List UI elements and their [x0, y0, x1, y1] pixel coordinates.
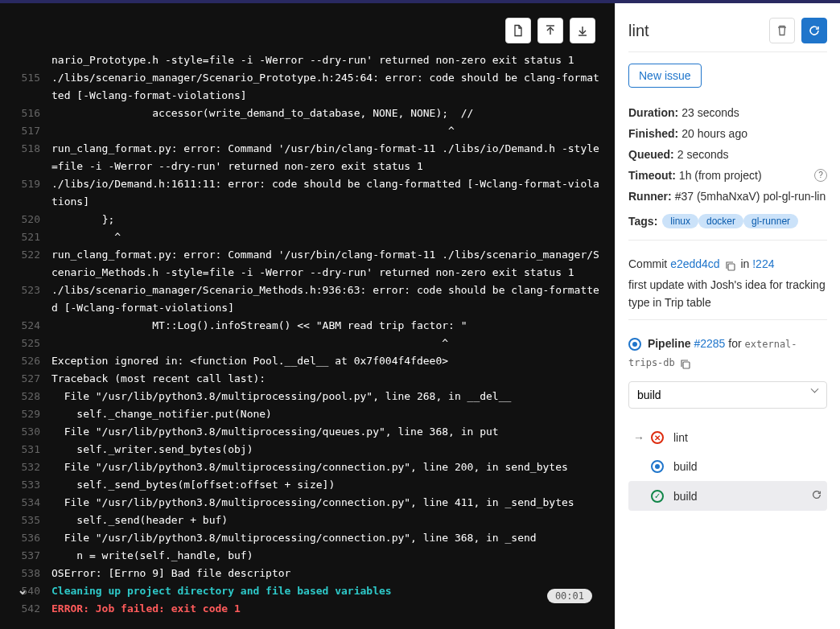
job-list: → ✕ lint build✓build: [628, 423, 827, 511]
log-line[interactable]: 536 File "/usr/lib/python3.8/multiproces…: [13, 529, 602, 547]
queued-label: Queued:: [628, 144, 674, 165]
log-line[interactable]: 521 ^: [13, 228, 602, 246]
line-number: 519: [13, 175, 51, 211]
tag-pill[interactable]: gl-runner: [743, 214, 798, 228]
log-line[interactable]: 537 n = write(self._handle, buf): [13, 547, 602, 565]
tag-pill[interactable]: linux: [662, 214, 698, 228]
current-job-row[interactable]: → ✕ lint: [628, 423, 827, 452]
log-line[interactable]: 526Exception ignored in: <function Pool.…: [13, 352, 602, 370]
commit-label: Commit: [628, 257, 667, 270]
finished-value: 20 hours ago: [681, 123, 747, 144]
log-line[interactable]: 529 self._change_notifier.put(None): [13, 405, 602, 423]
line-number: 537: [13, 547, 51, 565]
scroll-bottom-button[interactable]: [570, 18, 595, 43]
line-number: 521: [13, 228, 51, 246]
job-title: lint: [628, 22, 649, 40]
line-number: [13, 51, 51, 69]
job-status-running-icon: [651, 460, 664, 473]
job-status-passed-icon: ✓: [651, 490, 664, 503]
line-number: 532: [13, 458, 51, 476]
log-line[interactable]: 527Traceback (most recent call last):: [13, 370, 602, 388]
log-line[interactable]: 523./libs/scenario_manager/Scenario_Meth…: [13, 282, 602, 317]
tag-pill[interactable]: docker: [698, 214, 743, 228]
log-line[interactable]: 517 ^: [13, 122, 602, 140]
line-content: ./libs/scenario_manager/Scenario_Prototy…: [51, 69, 602, 105]
duration-value: 23 seconds: [681, 102, 739, 123]
timeout-value: 1h (from project): [679, 165, 762, 186]
line-content: self._send(header + buf): [51, 512, 602, 529]
line-content: self._writer.send_bytes(obj): [51, 441, 602, 458]
stage-select[interactable]: build: [628, 381, 827, 409]
log-line[interactable]: 533 self._send_bytes(m[offset:offset + s…: [13, 476, 602, 494]
line-content: nario_Prototype.h -style=file -i -Werror…: [51, 51, 602, 69]
job-log-panel: nario_Prototype.h -style=file -i -Werror…: [0, 3, 615, 629]
arrow-down-icon: [577, 25, 588, 36]
line-number: 527: [13, 370, 51, 388]
log-line[interactable]: 540Cleaning up project directory and fil…: [13, 582, 602, 600]
log-line[interactable]: 524 MT::Log().infoStream() << "ABM read …: [13, 317, 602, 335]
divider: [628, 51, 827, 52]
merge-request-link[interactable]: !224: [752, 257, 774, 270]
log-line[interactable]: 542ERROR: Job failed: exit code 1: [13, 600, 602, 618]
line-number: 522: [13, 246, 51, 282]
pipeline-for-label: for: [728, 337, 741, 350]
line-content: ^: [51, 228, 602, 246]
copy-sha-icon[interactable]: [725, 259, 736, 270]
log-line[interactable]: 518run_clang_format.py: error: Command '…: [13, 140, 602, 175]
svg-rect-1: [683, 362, 690, 368]
retry-icon[interactable]: [811, 489, 822, 503]
line-content: ERROR: Job failed: exit code 1: [51, 600, 602, 618]
line-number: 518: [13, 140, 51, 175]
line-content: ./libs/scenario_manager/Scenario_Methods…: [51, 282, 602, 317]
log-line[interactable]: nario_Prototype.h -style=file -i -Werror…: [13, 51, 602, 69]
line-number: 529: [13, 405, 51, 423]
line-content: };: [51, 211, 602, 228]
log-line[interactable]: 534 File "/usr/lib/python3.8/multiproces…: [13, 494, 602, 512]
pipeline-status-running-icon: [628, 338, 641, 351]
log-line[interactable]: 531 self._writer.send_bytes(obj): [13, 441, 602, 458]
line-content: OSError: [Errno 9] Bad file descriptor: [51, 565, 602, 582]
job-row[interactable]: ✓build: [628, 481, 827, 511]
new-issue-button[interactable]: New issue: [628, 64, 702, 88]
log-line[interactable]: 515./libs/scenario_manager/Scenario_Prot…: [13, 69, 602, 105]
log-toolbar: [505, 18, 595, 43]
log-line[interactable]: 516 accessor(write_demand_to_database, N…: [13, 105, 602, 122]
retry-job-button[interactable]: [801, 18, 827, 43]
line-content: ./libs/io/Demand.h:1611:11: error: code …: [51, 175, 602, 211]
log-line[interactable]: 522run_clang_format.py: error: Command '…: [13, 246, 602, 282]
log-line[interactable]: 530 File "/usr/lib/python3.8/multiproces…: [13, 423, 602, 441]
line-number: 520: [13, 211, 51, 228]
line-content: File "/usr/lib/python3.8/multiprocessing…: [51, 494, 602, 512]
log-line[interactable]: 525 ^: [13, 335, 602, 352]
finished-label: Finished:: [628, 123, 678, 144]
line-content: run_clang_format.py: error: Command '/us…: [51, 140, 602, 175]
copy-branch-icon[interactable]: [680, 357, 691, 368]
job-row[interactable]: build: [628, 452, 827, 481]
line-number: 516: [13, 105, 51, 122]
job-meta: Duration: 23 seconds Finished: 20 hours …: [628, 102, 827, 232]
section-collapse-icon[interactable]: [18, 587, 27, 600]
line-number: 517: [13, 122, 51, 140]
line-number: 542: [13, 600, 51, 618]
log-line[interactable]: 520 };: [13, 211, 602, 228]
scroll-top-button[interactable]: [537, 18, 563, 43]
log-line[interactable]: 535 self._send(header + buf): [13, 512, 602, 529]
divider: [628, 240, 827, 240]
help-icon[interactable]: ?: [814, 169, 827, 182]
tags-row: Tags: linuxdockergl-runner: [628, 210, 827, 232]
commit-sha-link[interactable]: e2edd4cd: [670, 257, 720, 270]
show-raw-button[interactable]: [505, 18, 531, 43]
log-line[interactable]: 538OSError: [Errno 9] Bad file descripto…: [13, 565, 602, 582]
commit-block: Commit e2edd4cd in !224 first update wit…: [628, 255, 827, 311]
log-lines[interactable]: nario_Prototype.h -style=file -i -Werror…: [0, 11, 615, 629]
pipeline-id-link[interactable]: #2285: [694, 337, 725, 350]
line-number: 523: [13, 282, 51, 317]
log-line[interactable]: 528 File "/usr/lib/python3.8/multiproces…: [13, 388, 602, 405]
line-content: ^: [51, 335, 602, 352]
queued-value: 2 seconds: [677, 144, 729, 165]
log-line[interactable]: 532 File "/usr/lib/python3.8/multiproces…: [13, 458, 602, 476]
log-line[interactable]: 519./libs/io/Demand.h:1611:11: error: co…: [13, 175, 602, 211]
arrow-right-icon: →: [633, 431, 644, 444]
line-number: 534: [13, 494, 51, 512]
erase-job-log-button[interactable]: [769, 18, 795, 43]
